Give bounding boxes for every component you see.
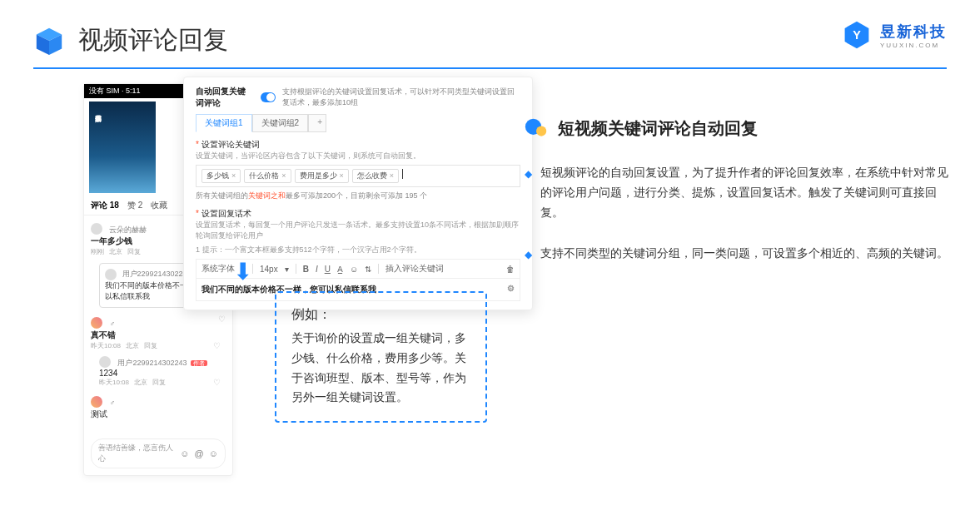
- avatar-icon: [91, 396, 102, 408]
- keyword-tag: 多少钱×: [201, 169, 241, 183]
- keyword-tag-input[interactable]: 多少钱× 什么价格× 费用是多少× 怎么收费×: [196, 165, 520, 187]
- tab-fav[interactable]: 收藏: [151, 200, 167, 211]
- auto-reply-toggle[interactable]: [261, 92, 276, 102]
- remove-tag-icon[interactable]: ×: [281, 171, 286, 180]
- size-select[interactable]: 14px: [260, 265, 278, 274]
- image-icon[interactable]: ☺: [180, 448, 189, 458]
- bold-button[interactable]: B: [303, 265, 309, 274]
- keyword-tag: 什么价格×: [244, 169, 291, 183]
- underline-button[interactable]: U: [325, 265, 331, 274]
- svg-text:Y: Y: [853, 28, 861, 42]
- video-thumbnail: 真有小店值得信赖: [89, 102, 156, 193]
- keyword-note: 所有关键词组的关键词之和最多可添加200个，目前剩余可添加 195 个: [196, 191, 520, 201]
- comment-input[interactable]: 善语结善缘，恶言伤人心 ☺ @ ☺: [91, 438, 226, 468]
- emoji-icon[interactable]: ☺: [209, 448, 218, 458]
- emoji-button[interactable]: ☺: [350, 265, 358, 274]
- link-button[interactable]: ⇅: [365, 265, 371, 274]
- comment-item: ♂♡ 真不错 昨天10:08北京回复♡ 用户2299214302243作者 12…: [91, 315, 226, 387]
- font-select[interactable]: 系统字体: [201, 263, 235, 275]
- bullet-item: 短视频评论的自动回复设置，为了提升作者的评论回复效率，在系统中针对常见的评论用户…: [525, 163, 953, 222]
- keyword-tag: 费用是多少×: [295, 169, 349, 183]
- remove-tag-icon[interactable]: ×: [231, 171, 236, 180]
- italic-button[interactable]: I: [316, 265, 318, 274]
- delete-icon[interactable]: 🗑: [506, 265, 515, 274]
- avatar-icon: [105, 269, 117, 280]
- chat-bubble-icon: [525, 116, 548, 140]
- keyword-tag: 怎么收费×: [352, 169, 399, 183]
- comment-item: ♂ 测试: [91, 394, 226, 420]
- bullet-item: 支持不同类型的关键词分组，同一类问题，可设置多个相近的、高频的关键词。: [525, 244, 953, 264]
- at-icon[interactable]: @: [195, 448, 204, 458]
- add-group-button[interactable]: +: [308, 114, 326, 132]
- example-callout: 例如： 关于询价的设置成一组关键词，多少钱、什么价格，费用多少等。关于咨询班型、…: [275, 291, 487, 423]
- keyword-label: 设置评论关键词: [196, 139, 520, 151]
- heart-icon[interactable]: ♡: [218, 315, 226, 324]
- avatar-icon: [91, 317, 102, 329]
- brand-domain: YUUXIN.COM: [880, 42, 947, 49]
- tab-comments[interactable]: 评论 18: [91, 200, 119, 211]
- keyword-group-tab[interactable]: 关键词组2: [252, 114, 309, 132]
- svg-point-6: [536, 126, 546, 136]
- tab-likes[interactable]: 赞 2: [127, 200, 142, 211]
- arrow-down-icon: ⬇: [233, 258, 252, 285]
- heart-icon[interactable]: ♡: [213, 378, 221, 387]
- remove-tag-icon[interactable]: ×: [390, 171, 394, 180]
- reply-label: 设置回复话术: [196, 208, 520, 220]
- avatar-icon: [91, 223, 102, 235]
- gear-icon[interactable]: ⚙: [507, 284, 515, 293]
- page-title: 视频评论回复: [78, 23, 228, 57]
- heart-icon[interactable]: ♡: [213, 341, 221, 350]
- avatar-icon: [99, 356, 111, 368]
- divider: [33, 67, 947, 69]
- brand-name: 昱新科技: [880, 22, 947, 42]
- cube-icon: [33, 25, 65, 57]
- example-body: 关于询价的设置成一组关键词，多少钱、什么价格，费用多少等。关于咨询班型、版本、型…: [291, 329, 470, 408]
- cursor-icon: [402, 169, 403, 179]
- brand-logo: Y 昱新科技 YUUXIN.COM: [842, 20, 947, 50]
- example-title: 例如：: [291, 306, 470, 324]
- logo-badge-icon: Y: [842, 20, 872, 50]
- section-title: 短视频关键词评论自动回复: [558, 117, 758, 140]
- toggle-label: 自动回复关键词评论: [196, 86, 254, 109]
- keyword-group-tab[interactable]: 关键词组1: [196, 114, 252, 132]
- color-button[interactable]: A̲: [337, 265, 343, 274]
- insert-keyword-button[interactable]: 插入评论关键词: [386, 263, 444, 275]
- remove-tag-icon[interactable]: ×: [340, 171, 344, 180]
